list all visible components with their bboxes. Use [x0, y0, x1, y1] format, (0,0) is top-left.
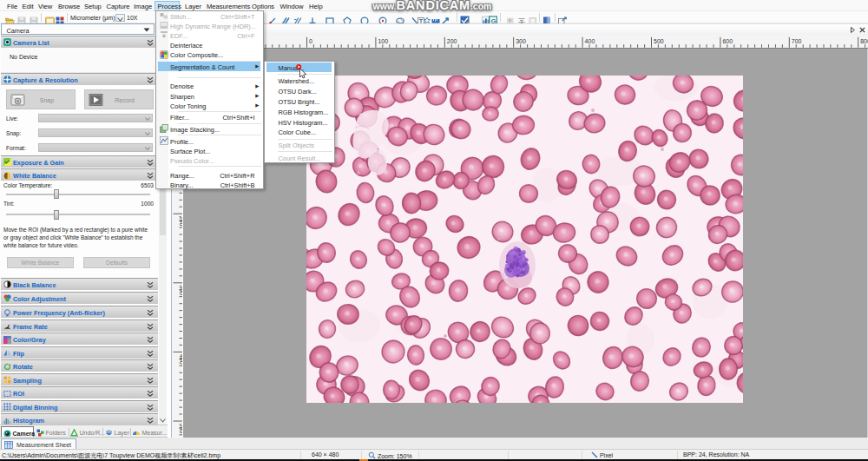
svg-text:200: 200: [447, 37, 457, 43]
svg-text:400: 400: [585, 37, 595, 43]
svg-text:700: 700: [792, 37, 802, 43]
svg-text:800: 800: [860, 37, 868, 43]
svg-text:600: 600: [722, 37, 733, 43]
svg-text:300: 300: [516, 37, 526, 43]
svg-text:500: 500: [654, 37, 664, 43]
svg-text:100: 100: [378, 37, 388, 43]
svg-text:0: 0: [309, 37, 312, 43]
